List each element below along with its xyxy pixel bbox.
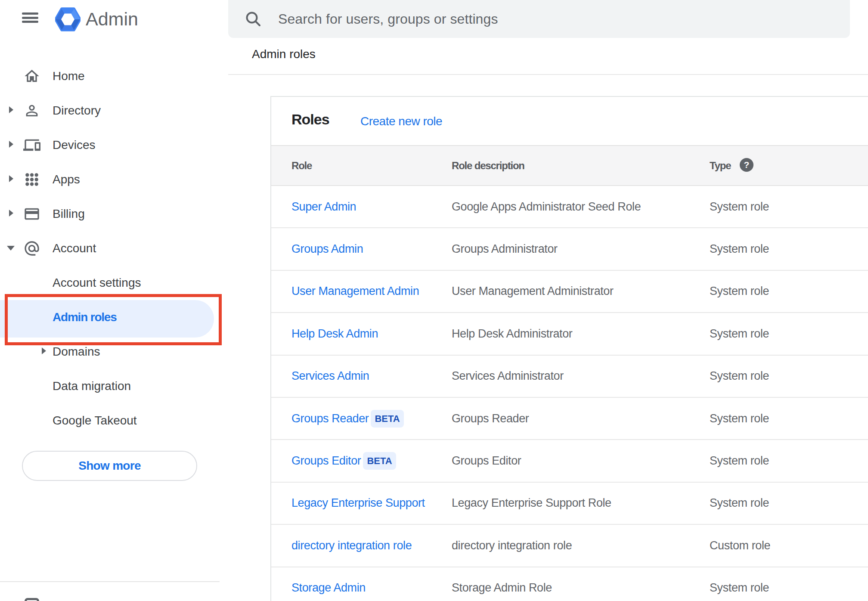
type-cell: System role [710, 313, 769, 354]
apps-grid-icon [23, 171, 40, 188]
description-cell: Google Apps Administrator Seed Role [452, 186, 641, 227]
role-description: Groups Editor [452, 454, 521, 468]
hamburger-menu-icon[interactable] [22, 12, 38, 23]
role-cell: Groups EditorBETA [291, 440, 396, 481]
role-link[interactable]: Services Admin [291, 369, 369, 383]
beta-badge: BETA [371, 410, 403, 428]
table-row: Legacy Enterprise SupportLegacy Enterpri… [271, 483, 868, 525]
sidebar-nav: HomeDirectoryDevicesAppsBillingAccountAc… [0, 59, 223, 601]
role-description: Groups Reader [452, 412, 529, 425]
description-cell: Help Desk Administrator [452, 313, 572, 354]
sidebar-item-label: Data migration [53, 379, 131, 393]
breadcrumb: Admin roles [252, 45, 316, 64]
sidebar-item-label: Billing [53, 207, 85, 221]
sidebar-item-data-migration[interactable]: Data migration [0, 369, 223, 403]
svg-text:?: ? [744, 160, 750, 170]
sidebar-item-account[interactable]: Account [0, 231, 223, 266]
role-type: System role [710, 412, 769, 425]
sidebar-item-home[interactable]: Home [0, 59, 223, 93]
table-row: directory integration roledirectory inte… [271, 525, 868, 567]
chevron-right-icon[interactable] [9, 210, 13, 218]
table-row: Super AdminGoogle Apps Administrator See… [271, 186, 868, 228]
description-cell: Services Administrator [452, 356, 564, 397]
role-cell: directory integration role [291, 525, 412, 566]
type-cell: Custom role [710, 525, 770, 566]
sidebar-item-label: Devices [53, 138, 96, 152]
table-row: Storage AdminStorage Admin RoleSystem ro… [271, 567, 868, 601]
role-link[interactable]: Super Admin [291, 200, 356, 214]
sidebar-item-directory[interactable]: Directory [0, 93, 223, 128]
description-cell: Groups Reader [452, 398, 529, 439]
create-new-role-link[interactable]: Create new role [360, 115, 442, 127]
sidebar-item-devices[interactable]: Devices [0, 128, 223, 162]
search-bar[interactable]: Search for users, groups or settings [228, 0, 850, 38]
sidebar-item-label: Google Takeout [53, 414, 137, 428]
admin-console-page: Admin Search for users, groups or settin… [0, 0, 868, 601]
sidebar-item-domains[interactable]: Domains [0, 335, 223, 369]
description-cell: directory integration role [452, 525, 572, 566]
type-cell: System role [710, 356, 769, 397]
role-type: System role [710, 454, 769, 468]
role-cell: Groups ReaderBETA [291, 398, 404, 439]
beta-badge: BETA [363, 452, 396, 470]
type-cell: System role [710, 483, 769, 524]
sidebar-item-label: Admin roles [53, 310, 117, 324]
sidebar-item-label: Account [53, 242, 96, 255]
role-link[interactable]: Groups Reader [291, 412, 369, 425]
sidebar-divider [0, 581, 220, 582]
chevron-right-icon[interactable] [9, 141, 13, 149]
role-cell: Services Admin [291, 356, 369, 397]
help-icon[interactable]: ? [739, 158, 754, 172]
sidebar-item-label: Directory [53, 104, 101, 118]
table-row: Help Desk AdminHelp Desk AdministratorSy… [271, 313, 868, 355]
role-description: Google Apps Administrator Seed Role [452, 200, 641, 214]
chevron-down-icon[interactable] [7, 245, 15, 252]
role-type: System role [710, 327, 769, 341]
google-admin-logo-icon [55, 7, 81, 32]
role-type: System role [710, 285, 769, 298]
search-input[interactable]: Search for users, groups or settings [278, 0, 498, 38]
table-row: Groups AdminGroups AdministratorSystem r… [271, 228, 868, 270]
chevron-right-icon[interactable] [9, 175, 13, 184]
role-description: Legacy Enterprise Support Role [452, 496, 611, 510]
role-link[interactable]: Storage Admin [291, 581, 366, 595]
type-cell: System role [710, 186, 769, 227]
role-type: System role [710, 200, 769, 214]
column-header-role-description: Role description [452, 146, 524, 185]
description-cell: User Management Administrator [452, 271, 614, 312]
sidebar-item-apps[interactable]: Apps [0, 162, 223, 197]
devices-icon [23, 136, 40, 154]
role-link[interactable]: Groups Admin [291, 242, 363, 256]
sidebar-item-billing[interactable]: Billing [0, 197, 223, 231]
search-icon [244, 9, 263, 28]
description-cell: Groups Editor [452, 440, 521, 481]
sidebar-item-google-takeout[interactable]: Google Takeout [0, 403, 223, 438]
credit-card-icon [23, 205, 40, 223]
sidebar-item-admin-roles[interactable]: Admin roles [0, 300, 223, 335]
role-link[interactable]: User Management Admin [291, 285, 419, 298]
table-row: User Management AdminUser Management Adm… [271, 271, 868, 313]
chevron-right-icon[interactable] [42, 347, 46, 356]
home-icon [23, 68, 40, 85]
chevron-right-icon[interactable] [9, 106, 13, 115]
sidebar-item-label: Apps [53, 173, 80, 186]
at-sign-icon [23, 240, 40, 257]
role-type: System role [710, 369, 769, 383]
roles-table-body: Super AdminGoogle Apps Administrator See… [271, 186, 868, 601]
sidebar-item-label: Home [53, 69, 85, 83]
description-cell: Groups Administrator [452, 228, 558, 270]
role-link[interactable]: directory integration role [291, 539, 412, 552]
role-link[interactable]: Legacy Enterprise Support [291, 496, 425, 510]
role-description: Storage Admin Role [452, 581, 552, 595]
column-header-type: Type [710, 146, 731, 185]
role-link[interactable]: Help Desk Admin [291, 327, 378, 341]
role-description: Services Administrator [452, 369, 564, 383]
sidebar-item-account-settings[interactable]: Account settings [0, 266, 223, 300]
table-header-row: Role Role description Type ? [271, 145, 868, 186]
sidebar-item-label: Account settings [53, 276, 141, 290]
show-more-button[interactable]: Show more [22, 451, 197, 481]
role-type: System role [710, 496, 769, 510]
role-type: System role [710, 581, 769, 595]
role-description: Groups Administrator [452, 242, 558, 256]
role-link[interactable]: Groups Editor [291, 454, 361, 468]
